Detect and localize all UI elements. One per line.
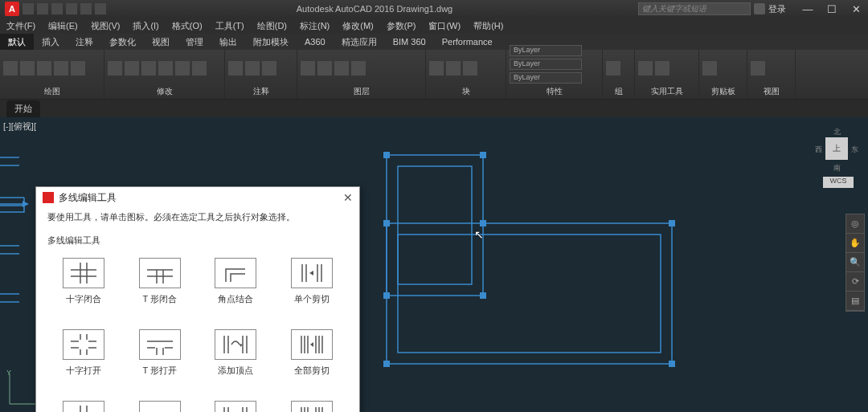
menu-tools[interactable]: 工具(T) — [209, 20, 251, 32]
menu-parametric[interactable]: 参数(P) — [380, 20, 423, 32]
dialog-title: 多线编辑工具 — [59, 191, 117, 205]
tool-delete-vertex[interactable]: 删除顶点 — [206, 401, 266, 412]
tool-tee-open[interactable]: T 形打开 — [130, 329, 190, 377]
fillet-tool-icon[interactable] — [192, 61, 207, 75]
menu-view[interactable]: 视图(V) — [84, 20, 127, 32]
user-avatar-icon[interactable] — [754, 3, 765, 14]
drawing-canvas[interactable]: [-][俯视][ — [0, 117, 868, 412]
corner-icon — [219, 261, 252, 285]
tool-add-vertex[interactable]: 添加顶点 — [206, 329, 266, 377]
ribtab-output[interactable]: 输出 — [211, 34, 245, 50]
menu-window[interactable]: 窗口(W) — [422, 20, 467, 32]
color-bylayer-dropdown[interactable]: ByLayer — [510, 45, 582, 56]
group-properties-label: 特性 — [510, 84, 599, 97]
window-minimize-button[interactable]: — — [796, 3, 820, 15]
viewcube-north: 北 — [833, 127, 841, 137]
viewcube-south: 南 — [833, 163, 841, 173]
ribtab-parametric[interactable]: 参数化 — [101, 34, 144, 50]
menu-file[interactable]: 文件(F) — [0, 20, 42, 32]
viewbase-tool-icon[interactable] — [751, 61, 765, 75]
dim-tool-icon[interactable] — [245, 61, 260, 75]
nav-orbit-icon[interactable]: ⟳ — [846, 272, 864, 292]
select-tool-icon[interactable] — [655, 61, 669, 75]
menu-modify[interactable]: 修改(M) — [336, 20, 380, 32]
svg-rect-9 — [398, 166, 472, 284]
tool-tee-closed[interactable]: T 形闭合 — [130, 258, 190, 305]
table-tool-icon[interactable] — [262, 61, 276, 75]
app-logo-icon[interactable]: A — [5, 2, 19, 16]
ribtab-bim360[interactable]: BIM 360 — [385, 34, 434, 50]
svg-rect-16 — [383, 220, 390, 226]
arc-tool-icon[interactable] — [54, 61, 68, 75]
text-tool-icon[interactable] — [228, 61, 243, 75]
viewcube-top-face[interactable]: 上 — [825, 137, 848, 160]
ribtab-performance[interactable]: Performance — [434, 34, 501, 50]
ltype-bylayer-dropdown[interactable]: ByLayer — [510, 72, 582, 84]
mirror-tool-icon[interactable] — [175, 61, 190, 75]
menu-format[interactable]: 格式(O) — [166, 20, 209, 32]
wcs-label[interactable]: WCS — [823, 177, 854, 188]
polyline-tool-icon[interactable] — [20, 61, 35, 75]
copy-tool-icon[interactable] — [125, 61, 139, 75]
block-edit-icon[interactable] — [463, 61, 477, 75]
menu-draw[interactable]: 绘图(D) — [251, 20, 293, 32]
tool-tee-merge[interactable]: T 形合并 — [130, 401, 190, 412]
tool-cross-open[interactable]: 十字打开 — [54, 329, 114, 377]
search-input[interactable]: 键入关键字或短语 — [638, 2, 751, 15]
layer-lock-icon[interactable] — [351, 61, 366, 75]
dialog-close-button[interactable]: ✕ — [343, 191, 353, 204]
menu-insert[interactable]: 插入(I) — [126, 20, 165, 32]
tool-cross-merge[interactable]: 十字合并 — [54, 401, 114, 412]
block-create-icon[interactable] — [446, 61, 461, 75]
trim-tool-icon[interactable] — [158, 61, 173, 75]
qat-redo-icon[interactable] — [80, 3, 92, 14]
group-tool-icon[interactable] — [606, 61, 620, 75]
ribtab-annotate[interactable]: 注释 — [68, 34, 101, 50]
tool-corner-joint[interactable]: 角点结合 — [206, 258, 266, 305]
qat-undo-icon[interactable] — [66, 3, 77, 14]
qat-open-icon[interactable] — [37, 3, 48, 14]
circle-tool-icon[interactable] — [37, 61, 51, 75]
rect-tool-icon[interactable] — [71, 61, 85, 75]
menu-bar: 文件(F) 编辑(E) 视图(V) 插入(I) 格式(O) 工具(T) 绘图(D… — [0, 18, 868, 34]
qat-save-icon[interactable] — [51, 3, 63, 14]
ribtab-featured[interactable]: 精选应用 — [334, 34, 385, 50]
lweight-bylayer-dropdown[interactable]: ByLayer — [510, 59, 582, 70]
ribtab-addins[interactable]: 附加模块 — [245, 34, 297, 50]
dialog-app-icon — [43, 192, 54, 203]
tool-cut-single[interactable]: 单个剪切 — [282, 258, 342, 305]
line-tool-icon[interactable] — [3, 61, 18, 75]
login-link[interactable]: 登录 — [768, 3, 786, 15]
paste-tool-icon[interactable] — [702, 61, 717, 75]
menu-edit[interactable]: 编辑(E) — [42, 20, 84, 32]
nav-zoom-icon[interactable]: 🔍 — [846, 253, 864, 272]
tool-weld-all[interactable]: 全部接合 — [282, 401, 342, 412]
tool-cut-all[interactable]: 全部剪切 — [282, 329, 342, 377]
nav-showmotion-icon[interactable]: ▤ — [846, 292, 864, 311]
layer-off-icon[interactable] — [317, 61, 332, 75]
ribtab-insert[interactable]: 插入 — [34, 34, 68, 50]
viewcube[interactable]: 北 南 东 西 上 — [817, 128, 857, 169]
ribtab-a360[interactable]: A360 — [297, 34, 334, 50]
qat-print-icon[interactable] — [95, 3, 106, 14]
qat-new-icon[interactable] — [23, 3, 34, 14]
move-tool-icon[interactable] — [108, 61, 122, 75]
ribtab-manage[interactable]: 管理 — [178, 34, 211, 50]
ribtab-view[interactable]: 视图 — [144, 34, 178, 50]
nav-pan-icon[interactable]: ✋ — [846, 234, 864, 253]
window-maximize-button[interactable]: ☐ — [820, 3, 844, 15]
block-insert-icon[interactable] — [429, 61, 444, 75]
ribtab-default[interactable]: 默认 — [0, 34, 34, 50]
layer-prop-icon[interactable] — [301, 61, 315, 75]
window-close-button[interactable]: ✕ — [844, 3, 868, 15]
menu-help[interactable]: 帮助(H) — [467, 20, 510, 32]
layer-freeze-icon[interactable] — [334, 61, 349, 75]
rotate-tool-icon[interactable] — [141, 61, 156, 75]
nav-wheel-icon[interactable]: ◎ — [846, 214, 864, 234]
drawing-tab-start[interactable]: 开始 — [6, 100, 40, 117]
measure-tool-icon[interactable] — [638, 61, 653, 75]
tool-cross-closed[interactable]: 十字闭合 — [54, 258, 114, 305]
tool-label: 单个剪切 — [294, 294, 330, 304]
tool-label: T 形打开 — [142, 365, 177, 375]
menu-dimension[interactable]: 标注(N) — [293, 20, 336, 32]
